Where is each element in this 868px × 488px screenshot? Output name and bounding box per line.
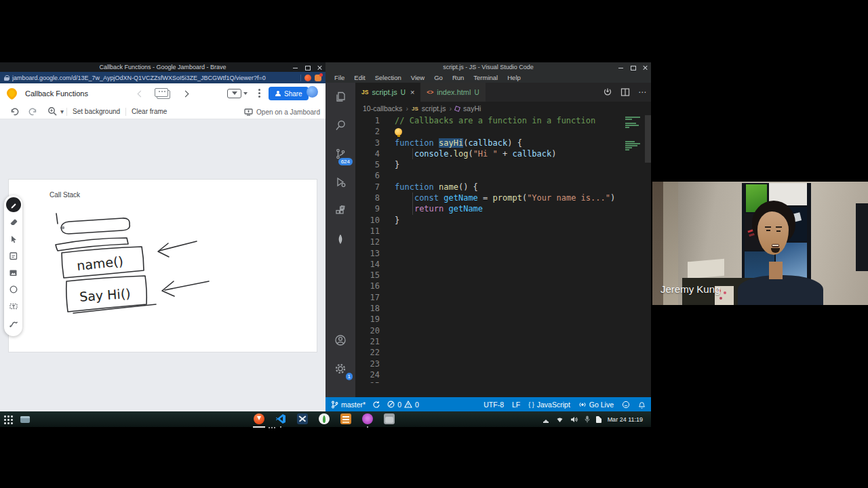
zoom-caret-icon[interactable]: ▾ — [58, 108, 66, 115]
share-button[interactable]: Share — [269, 87, 309, 100]
system-tray[interactable]: Mar 24 11:19 — [543, 411, 643, 427]
code-line-2[interactable]: 2 — [355, 126, 651, 137]
menu-go[interactable]: Go — [429, 74, 448, 81]
breadcrumb[interactable]: 10-callbacks › JS script.js › sayHi — [355, 102, 651, 115]
code-line-23[interactable]: 23 — [355, 359, 651, 369]
window-switcher-icon[interactable] — [20, 416, 30, 423]
extensions-icon[interactable] — [326, 197, 355, 225]
breadcrumb-folder[interactable]: 10-callbacks — [363, 104, 402, 113]
present-icon[interactable] — [227, 89, 241, 98]
account-icon[interactable] — [326, 326, 355, 354]
feedback-icon[interactable] — [622, 401, 630, 409]
set-background-button[interactable]: Set background — [67, 108, 125, 115]
bell-icon[interactable] — [638, 401, 646, 409]
code-line-8[interactable]: 8 const getName = prompt("Your name is..… — [355, 192, 651, 203]
taskbar-tasklist-icon[interactable] — [340, 413, 351, 424]
code-line-17[interactable]: 17 — [355, 292, 651, 303]
vscode-titlebar[interactable]: script.js - JS - Visual Studio Code — [326, 62, 651, 72]
source-control-icon[interactable]: 624 — [326, 140, 355, 168]
code-line-22[interactable]: 22 — [355, 347, 651, 358]
menu-terminal[interactable]: Terminal — [469, 74, 502, 81]
mongodb-icon[interactable] — [326, 225, 355, 253]
menu-run[interactable]: Run — [448, 74, 469, 81]
code-line-5[interactable]: 5} — [355, 159, 651, 170]
code-line-16[interactable]: 16 — [355, 281, 651, 291]
more-actions-icon[interactable]: ⋯ — [638, 87, 647, 97]
code-editor[interactable]: 1// Callbacks are a function in a functi… — [355, 115, 651, 383]
branch-indicator[interactable]: master* — [331, 401, 366, 409]
code-line-1[interactable]: 1// Callbacks are a function in a functi… — [355, 115, 651, 126]
toggle-layout-icon[interactable] — [603, 87, 612, 97]
redo-icon[interactable] — [28, 108, 38, 116]
code-line-25[interactable]: 25 — [355, 380, 651, 383]
menu-edit[interactable]: Edit — [349, 74, 370, 81]
frame-picker[interactable] — [155, 88, 172, 99]
wifi-icon[interactable] — [555, 416, 564, 423]
problems-indicator[interactable]: 0 0 — [387, 401, 419, 409]
more-options-icon[interactable] — [258, 89, 260, 91]
menu-help[interactable]: Help — [502, 74, 526, 81]
code-line-13[interactable]: 13 — [355, 248, 651, 259]
close-icon[interactable] — [317, 64, 323, 70]
volume-icon[interactable] — [570, 416, 578, 423]
laser-tool[interactable] — [6, 316, 21, 331]
taskbar-media-icon[interactable] — [362, 413, 373, 424]
taskbar-brave-icon[interactable] — [254, 413, 264, 424]
text-box-tool[interactable] — [6, 299, 21, 314]
app-launcher-icon[interactable] — [4, 415, 6, 418]
explorer-icon[interactable] — [326, 83, 355, 111]
extension-icon[interactable] — [315, 75, 321, 81]
code-line-4[interactable]: 4 console.log("Hi " + callback) — [355, 148, 651, 159]
sticky-note-tool[interactable] — [6, 248, 21, 263]
run-debug-icon[interactable] — [326, 168, 355, 197]
zoom-icon[interactable] — [47, 106, 58, 117]
code-line-10[interactable]: 10} — [355, 215, 651, 226]
taskbar-mongodb-icon[interactable] — [319, 413, 330, 424]
code-line-18[interactable]: 18 — [355, 303, 651, 314]
settings-gear-icon[interactable]: 1 — [326, 354, 355, 383]
code-line-19[interactable]: 19 — [355, 314, 651, 325]
go-live-button[interactable]: Go Live — [578, 401, 614, 409]
minimize-icon[interactable] — [292, 64, 298, 70]
clear-frame-button[interactable]: Clear frame — [126, 108, 172, 115]
whiteboard-frame[interactable]: Call Stack name() — [8, 179, 317, 352]
split-editor-icon[interactable] — [620, 87, 630, 97]
brave-url-bar[interactable]: jamboard.google.com/d/13E_7w_AypjOdXN-Q1… — [0, 72, 326, 83]
minimize-icon[interactable] — [618, 64, 624, 70]
sync-indicator[interactable] — [372, 401, 380, 409]
taskbar-draw-app-icon[interactable] — [297, 413, 308, 424]
encoding-indicator[interactable]: UTF-8 — [484, 401, 504, 409]
code-line-3[interactable]: 3function sayHi(callback) { — [355, 138, 651, 148]
tab-indexhtml[interactable]: <> index.html U — [420, 83, 485, 102]
code-line-12[interactable]: 12 — [355, 237, 651, 247]
lightbulb-icon[interactable] — [395, 128, 402, 136]
menu-view[interactable]: View — [406, 74, 429, 81]
code-line-20[interactable]: 20 — [355, 325, 651, 336]
eol-indicator[interactable]: LF — [512, 401, 520, 409]
code-line-11[interactable]: 11 — [355, 226, 651, 237]
previous-frame-icon[interactable] — [138, 91, 144, 98]
close-icon[interactable] — [642, 64, 648, 70]
brave-rewards-icon[interactable] — [304, 75, 311, 81]
open-on-jamboard-button[interactable]: Open on a Jamboard — [244, 104, 320, 119]
minimap[interactable] — [625, 117, 644, 205]
code-line-7[interactable]: 7function name() { — [355, 182, 651, 192]
microphone-icon[interactable] — [585, 415, 590, 423]
menu-selection[interactable]: Selection — [370, 74, 406, 81]
jamboard-doc-title[interactable]: Callback Functions — [25, 89, 88, 98]
code-line-9[interactable]: 9 return getName — [355, 203, 651, 214]
jamboard-logo-icon[interactable] — [5, 86, 19, 100]
taskbar-vscode-icon[interactable] — [275, 413, 286, 424]
brave-titlebar[interactable]: Callback Functions - Google Jamboard - B… — [0, 62, 326, 72]
undo-icon[interactable] — [9, 108, 19, 116]
breadcrumb-symbol[interactable]: sayHi — [463, 104, 481, 113]
menu-file[interactable]: File — [330, 74, 349, 81]
close-tab-icon[interactable]: × — [410, 88, 414, 96]
code-line-6[interactable]: 6 — [355, 170, 651, 181]
chevron-down-icon[interactable] — [243, 92, 248, 97]
avatar[interactable] — [307, 86, 318, 98]
pen-tool[interactable] — [6, 197, 21, 212]
shape-tool[interactable] — [6, 282, 21, 297]
jamboard-canvas[interactable]: Call Stack name() — [0, 119, 326, 411]
image-tool[interactable] — [6, 265, 21, 280]
